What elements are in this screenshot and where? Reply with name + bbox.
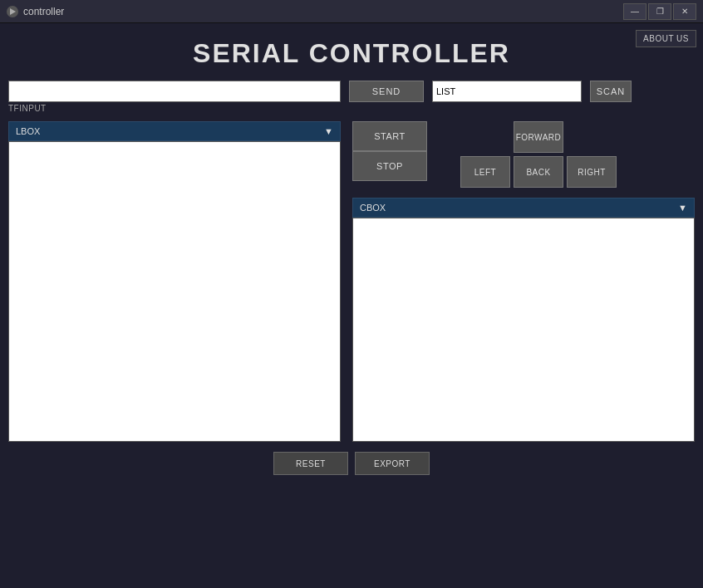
tf-input[interactable] xyxy=(8,81,341,102)
middle-section: LBOX ▼ START STOP FORWARD LEFT BACK RIGH… xyxy=(8,121,695,442)
window-controls: — ❐ ✕ xyxy=(623,3,696,20)
reset-button[interactable]: RESET xyxy=(273,452,348,475)
stop-button[interactable]: STOP xyxy=(352,151,427,181)
left-button[interactable]: LEFT xyxy=(460,156,510,188)
back-button[interactable]: BACK xyxy=(514,156,563,188)
forward-button[interactable]: FORWARD xyxy=(514,121,563,153)
cbox-label: CBOX xyxy=(360,203,386,213)
tf-input-wrapper: TFINPUT xyxy=(8,81,341,113)
title-bar-title: controller xyxy=(23,6,623,17)
app-icon xyxy=(7,6,18,17)
lbox-container: LBOX ▼ xyxy=(8,121,341,442)
start-stop-col: START STOP xyxy=(352,121,427,181)
cbox-container: CBOX ▼ xyxy=(352,198,695,442)
about-us-button[interactable]: ABOUT US xyxy=(636,30,696,47)
top-row: TFINPUT SEND SCAN xyxy=(8,81,695,113)
scan-button[interactable]: SCAN xyxy=(590,81,632,102)
list-input[interactable] xyxy=(432,81,582,102)
cbox-chevron: ▼ xyxy=(678,203,687,213)
lbox-dropdown[interactable]: LBOX ▼ xyxy=(8,121,341,141)
start-button[interactable]: START xyxy=(352,121,427,151)
lbox-chevron: ▼ xyxy=(324,126,333,136)
restore-button[interactable]: ❐ xyxy=(648,3,671,20)
svg-marker-0 xyxy=(10,8,16,15)
export-button[interactable]: EXPORT xyxy=(355,452,430,475)
cbox-content xyxy=(352,218,695,442)
main-controls-row: START STOP FORWARD LEFT BACK RIGHT xyxy=(352,121,695,188)
cbox-dropdown[interactable]: CBOX ▼ xyxy=(352,198,695,218)
lbox-label: LBOX xyxy=(16,126,40,136)
right-section: START STOP FORWARD LEFT BACK RIGHT CBOX … xyxy=(352,121,695,442)
title-bar: controller — ❐ ✕ xyxy=(0,0,703,23)
window-content: ABOUT US SERIAL CONTROLLER TFINPUT SEND … xyxy=(0,23,703,588)
direction-grid: FORWARD LEFT BACK RIGHT xyxy=(460,121,617,188)
right-button[interactable]: RIGHT xyxy=(567,156,617,188)
send-button[interactable]: SEND xyxy=(349,81,424,102)
bottom-row: RESET EXPORT xyxy=(8,452,695,475)
lbox-content xyxy=(8,141,341,442)
close-button[interactable]: ✕ xyxy=(673,3,696,20)
main-title: SERIAL CONTROLLER xyxy=(8,38,695,69)
tf-input-label: TFINPUT xyxy=(8,104,341,113)
minimize-button[interactable]: — xyxy=(623,3,646,20)
